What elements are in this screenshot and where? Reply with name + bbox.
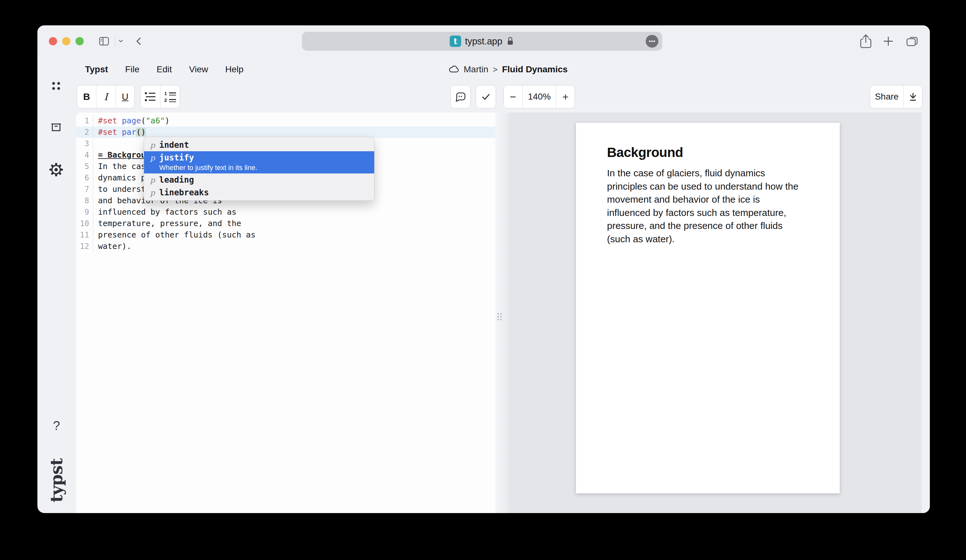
- menu-edit[interactable]: Edit: [157, 64, 172, 74]
- preview-scrollbar[interactable]: [922, 113, 930, 513]
- zoom-in-button[interactable]: +: [556, 85, 575, 108]
- line-number: 12: [76, 241, 93, 252]
- url-text: typst.app: [465, 36, 502, 47]
- line-number: 4: [76, 149, 93, 161]
- back-icon[interactable]: [134, 36, 144, 47]
- share-group: Share: [870, 85, 923, 108]
- minimize-window-button[interactable]: [62, 37, 71, 45]
- close-window-button[interactable]: [49, 37, 57, 45]
- app-menubar: Typst File Edit View Help: [85, 58, 243, 80]
- page-heading: Background: [607, 145, 683, 160]
- code-text: temperature, pressure, and the: [93, 218, 495, 229]
- menu-view[interactable]: View: [189, 64, 208, 74]
- bold-button[interactable]: B: [77, 85, 96, 108]
- code-line[interactable]: 12water).: [76, 241, 495, 252]
- code-text: #set par(): [93, 126, 495, 138]
- code-text: water).: [93, 241, 495, 252]
- share-button[interactable]: Share: [870, 85, 903, 108]
- check-button[interactable]: [476, 85, 496, 108]
- svg-text:1: 1: [164, 91, 167, 96]
- code-line[interactable]: 9influenced by factors such as: [76, 207, 495, 218]
- bullet-list-button[interactable]: [141, 85, 160, 108]
- new-tab-icon[interactable]: [882, 35, 895, 48]
- line-number: 9: [76, 207, 93, 218]
- download-icon: [907, 91, 919, 102]
- toolbar-divider: [115, 36, 115, 47]
- fullscreen-window-button[interactable]: [76, 37, 84, 45]
- browser-toolbar: t typst.app: [38, 25, 930, 57]
- line-number: 1: [76, 115, 93, 126]
- line-number: 3: [76, 138, 93, 149]
- pane-divider: [495, 113, 509, 513]
- address-bar[interactable]: t typst.app: [302, 32, 662, 51]
- zoom-group: − 140% +: [503, 85, 575, 108]
- code-line[interactable]: 1#set page("a6"): [76, 115, 495, 126]
- check-group: [476, 85, 496, 108]
- code-text: presence of other fluids (such as: [93, 229, 495, 241]
- tab-overview-icon[interactable]: [905, 35, 919, 48]
- line-number: 8: [76, 195, 93, 207]
- menu-help[interactable]: Help: [225, 64, 243, 74]
- zoom-level[interactable]: 140%: [522, 85, 556, 108]
- autocomplete-item-justify[interactable]: pjustifyWhether to justify text in its l…: [144, 151, 374, 174]
- zoom-out-button[interactable]: −: [504, 85, 522, 108]
- gear-icon[interactable]: [49, 163, 63, 177]
- download-button[interactable]: [903, 85, 922, 108]
- numbered-list-icon: 12: [163, 90, 177, 103]
- autocomplete-item-indent[interactable]: pindent: [144, 139, 374, 151]
- text-style-group: B I U: [77, 85, 135, 108]
- cloud-icon: [449, 65, 459, 74]
- line-number: 10: [76, 218, 93, 229]
- breadcrumb-workspace[interactable]: Martin: [464, 64, 488, 74]
- comment-button[interactable]: [451, 85, 470, 108]
- bullet-list-icon: [143, 91, 157, 102]
- comment-group: [450, 85, 471, 108]
- autocomplete-item-leading[interactable]: pleading: [144, 174, 374, 186]
- question-icon[interactable]: ?: [52, 418, 61, 433]
- list-group: 12: [140, 85, 180, 108]
- svg-text:2: 2: [164, 97, 167, 103]
- page-paragraph: In the case of glaciers, fluid dynamics …: [607, 166, 818, 245]
- line-number: 6: [76, 172, 93, 184]
- code-line[interactable]: 2#set par(): [76, 126, 495, 138]
- comment-icon: [454, 90, 467, 103]
- chevron-down-icon[interactable]: [117, 38, 124, 45]
- lock-icon: [506, 35, 514, 48]
- underline-button[interactable]: U: [115, 85, 135, 108]
- code-text: influenced by factors such as: [93, 207, 495, 218]
- line-number: 2: [76, 126, 93, 138]
- traffic-lights: [49, 37, 84, 45]
- browser-window: t typst.app Typst File Edit View Help: [38, 25, 930, 513]
- breadcrumb: Martin > Fluid Dynamics: [449, 58, 568, 80]
- code-line[interactable]: 10temperature, pressure, and the: [76, 218, 495, 229]
- numbered-list-button[interactable]: 12: [160, 85, 180, 108]
- check-icon: [480, 90, 492, 103]
- rendered-page: Background In the case of glaciers, flui…: [576, 123, 840, 493]
- share-safari-icon[interactable]: [859, 33, 873, 49]
- sidebar-toggle-icon[interactable]: [98, 35, 110, 48]
- code-text: #set page("a6"): [93, 115, 495, 126]
- preview-pane: Background In the case of glaciers, flui…: [509, 113, 930, 513]
- italic-button[interactable]: I: [96, 85, 115, 108]
- drag-handle[interactable]: [497, 313, 502, 320]
- line-number: 7: [76, 184, 93, 195]
- line-number: 5: [76, 161, 93, 172]
- site-favicon: t: [450, 36, 461, 47]
- breadcrumb-separator: >: [493, 65, 498, 74]
- menu-file[interactable]: File: [125, 64, 140, 74]
- breadcrumb-document[interactable]: Fluid Dynamics: [502, 64, 568, 74]
- autocomplete-popup: pindentpjustifyWhether to justify text i…: [144, 137, 375, 201]
- menu-typst[interactable]: Typst: [85, 64, 108, 74]
- code-line[interactable]: 11presence of other fluids (such as: [76, 229, 495, 241]
- tray-icon[interactable]: [49, 121, 63, 134]
- page-settings-button[interactable]: [646, 35, 659, 49]
- grid-dots-icon[interactable]: [51, 81, 61, 91]
- line-number: 11: [76, 229, 93, 241]
- autocomplete-item-linebreaks[interactable]: plinebreaks: [144, 186, 374, 199]
- typst-logo: typst: [48, 459, 64, 502]
